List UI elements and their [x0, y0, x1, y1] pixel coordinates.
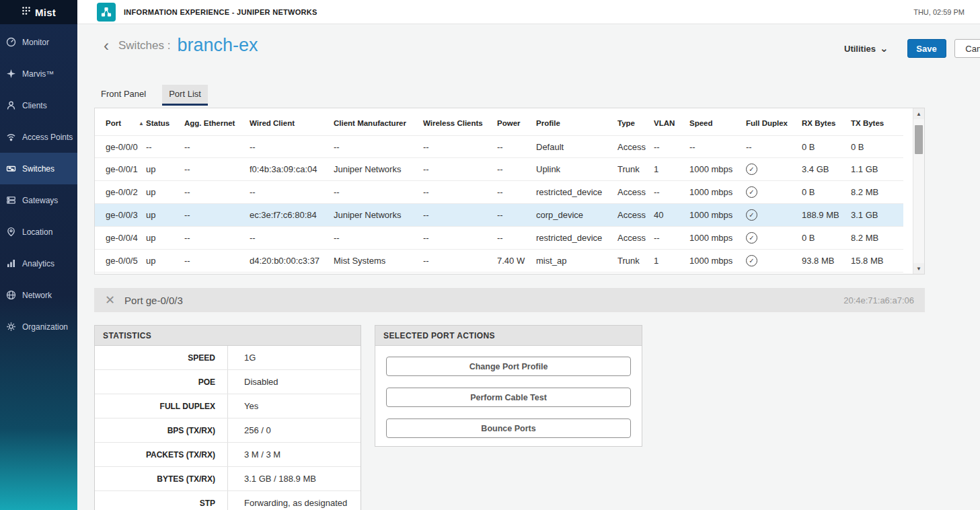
cell-profile: Uplink — [536, 158, 617, 181]
close-icon[interactable]: ✕ — [105, 294, 115, 306]
cell-vlan: 1 — [654, 158, 689, 181]
wired-client-link[interactable]: f0:4b:3a:09:ca:04 — [250, 158, 334, 181]
network-icon — [5, 290, 16, 301]
sidebar-item-organization[interactable]: Organization — [0, 311, 77, 342]
col-wireless-clients[interactable]: Wireless Clients — [423, 108, 497, 136]
utilities-dropdown[interactable]: Utilities ⌄ — [844, 44, 889, 54]
perform-cable-test-button[interactable]: Perform Cable Test — [386, 388, 631, 407]
cell-port: ge-0/0/5 — [95, 250, 146, 272]
cell-wired-client: -- — [250, 272, 334, 275]
mist-logo[interactable]: Mist — [0, 0, 77, 24]
col-status[interactable]: Status — [146, 108, 184, 136]
scroll-down-icon[interactable]: ▼ — [913, 263, 924, 274]
col-vlan[interactable]: VLAN — [654, 108, 689, 136]
cell-full-duplex: ✓ — [746, 181, 802, 204]
port-table: Port▲ Status Agg. Ethernet Wired Client … — [95, 108, 903, 274]
cell-status: -- — [146, 136, 184, 158]
col-rx-bytes[interactable]: RX Bytes — [802, 108, 851, 136]
cell-rx: 188.9 MB — [802, 204, 851, 227]
breadcrumb[interactable]: Switches : — [118, 39, 170, 52]
scroll-up-icon[interactable]: ▲ — [913, 108, 924, 119]
cell-manufacturer: Juniper Networks — [334, 204, 423, 227]
cancel-button[interactable]: Cancel — [954, 39, 980, 58]
sidebar-item-label: Monitor — [22, 38, 49, 47]
wired-client-link[interactable]: d4:20:b0:00:c3:37 — [250, 250, 334, 272]
sidebar-item-location[interactable]: Location — [0, 216, 77, 248]
sidebar-item-network[interactable]: Network — [0, 279, 77, 311]
tab-port-list[interactable]: Port List — [162, 85, 208, 106]
full-duplex-check-icon: ✓ — [746, 163, 757, 175]
sidebar-item-label: Marvis™ — [22, 69, 54, 79]
col-full-duplex[interactable]: Full Duplex — [746, 108, 802, 136]
sidebar-item-monitor[interactable]: Monitor — [0, 26, 77, 58]
table-row[interactable]: ge-0/0/0 -- -- -- -- -- -- Default Acces… — [95, 136, 903, 158]
table-row[interactable]: ge-0/0/4 up -- -- -- -- -- restricted_de… — [95, 227, 903, 250]
change-port-profile-button[interactable]: Change Port Profile — [386, 357, 631, 376]
sidebar-item-label: Organization — [22, 322, 68, 332]
sidebar-item-access-points[interactable]: Access Points — [0, 121, 77, 153]
monitor-icon — [5, 37, 16, 48]
sidebar: Mist Monitor Marvis™ Clients Access Poin… — [0, 0, 77, 510]
col-type[interactable]: Type — [617, 108, 654, 136]
col-wired-client[interactable]: Wired Client — [250, 108, 334, 136]
sidebar-item-label: Switches — [22, 164, 54, 174]
table-row[interactable]: ge-0/0/6 up -- -- -- -- -- restricted_de… — [95, 272, 903, 275]
cell-port: ge-0/0/2 — [95, 181, 146, 204]
col-power[interactable]: Power — [497, 108, 536, 136]
tab-front-panel[interactable]: Front Panel — [100, 85, 147, 106]
topbar: INFORMATION EXPERIENCE - JUNIPER NETWORK… — [77, 0, 980, 24]
cell-vlan: -- — [654, 136, 689, 158]
sidebar-item-marvis[interactable]: Marvis™ — [0, 58, 77, 89]
sidebar-item-switches[interactable]: Switches — [0, 153, 77, 184]
cell-speed: 1000 mbps — [689, 227, 746, 250]
table-row[interactable]: ge-0/0/1 up -- f0:4b:3a:09:ca:04 Juniper… — [95, 158, 903, 181]
table-scrollbar[interactable]: ▲ ▼ — [913, 108, 924, 274]
cell-port: ge-0/0/4 — [95, 227, 146, 250]
cell-wireless: -- — [423, 227, 497, 250]
sort-ascending-icon: ▲ — [139, 120, 144, 126]
cell-tx: 8.2 MB — [851, 272, 903, 275]
col-tx-bytes[interactable]: TX Bytes — [851, 108, 903, 136]
cell-status: up — [146, 227, 184, 250]
actions-body: Change Port Profile Perform Cable Test B… — [375, 346, 642, 449]
stat-row-poe: POE Disabled — [95, 370, 361, 394]
wired-client-link[interactable]: ec:3e:f7:c6:80:84 — [250, 204, 334, 227]
bounce-ports-button[interactable]: Bounce Ports — [386, 418, 631, 438]
cell-power: -- — [497, 227, 536, 250]
save-button[interactable]: Save — [907, 39, 946, 58]
cell-wired-client: -- — [250, 181, 334, 204]
cell-type: Access — [617, 136, 654, 158]
cell-port: ge-0/0/3 — [95, 204, 146, 227]
cell-rx: 3.4 GB — [802, 158, 851, 181]
col-agg-ethernet[interactable]: Agg. Ethernet — [184, 108, 250, 136]
sidebar-item-clients[interactable]: Clients — [0, 89, 77, 121]
col-client-manufacturer[interactable]: Client Manufacturer — [334, 108, 423, 136]
org-app-icon[interactable] — [97, 3, 116, 22]
cell-status: up — [146, 158, 184, 181]
cell-tx: 8.2 MB — [851, 227, 903, 250]
scrollbar-thumb[interactable] — [915, 125, 923, 154]
cell-speed: 1000 mbps — [689, 181, 746, 204]
sidebar-item-label: Gateways — [22, 196, 58, 205]
table-row[interactable]: ge-0/0/5 up -- d4:20:b0:00:c3:37 Mist Sy… — [95, 250, 903, 272]
col-speed[interactable]: Speed — [689, 108, 746, 136]
utilities-label: Utilities — [844, 44, 876, 54]
back-chevron-icon[interactable]: ‹ — [101, 38, 112, 54]
tab-bar: Front Panel Port List — [100, 85, 208, 106]
cell-type: Access — [617, 204, 654, 227]
stat-label: BYTES (TX/RX) — [95, 467, 228, 490]
table-row[interactable]: ge-0/0/2 up -- -- -- -- -- restricted_de… — [95, 181, 903, 204]
cell-manufacturer: Juniper Networks — [334, 158, 423, 181]
stat-value: Yes — [228, 394, 361, 418]
table-row-selected[interactable]: ge-0/0/3 up -- ec:3e:f7:c6:80:84 Juniper… — [95, 204, 903, 227]
cell-vlan: -- — [654, 181, 689, 204]
sidebar-item-gateways[interactable]: Gateways — [0, 184, 77, 216]
sidebar-item-analytics[interactable]: Analytics — [0, 248, 77, 279]
cell-status: up — [146, 272, 184, 275]
col-profile[interactable]: Profile — [536, 108, 617, 136]
cell-power: -- — [497, 272, 536, 275]
stat-row-packets: PACKETS (TX/RX) 3 M / 3 M — [95, 443, 361, 467]
stat-value: Disabled — [228, 370, 361, 394]
org-title: INFORMATION EXPERIENCE - JUNIPER NETWORK… — [124, 8, 317, 16]
col-port[interactable]: Port▲ — [95, 108, 146, 136]
